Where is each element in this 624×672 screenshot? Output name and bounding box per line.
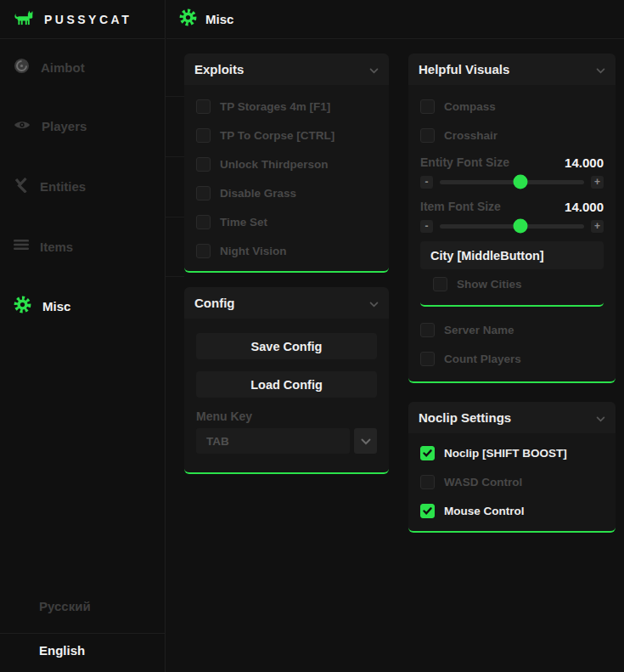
helpful-visuals-panel-header[interactable]: Helpful Visuals	[408, 54, 616, 85]
noclip-settings-panel: Noclip Settings Noclip [SHIFT BOOST] WAS…	[408, 402, 616, 533]
scope-icon	[14, 58, 30, 77]
page-title: Misc	[205, 12, 233, 26]
list-icon	[14, 239, 29, 254]
menu-key-dropdown: TAB	[196, 428, 377, 454]
slider-track[interactable]	[440, 180, 584, 184]
dropdown-button[interactable]	[354, 428, 377, 454]
app-window: PUSSYCAT Aimbot Players	[0, 0, 624, 672]
chevron-down-icon	[369, 296, 379, 311]
checkbox-label: Disable Grass	[220, 187, 296, 200]
checkbox-crosshair[interactable]: Crosshair	[420, 121, 604, 150]
city-middlebutton-button[interactable]: City [MiddleButton]	[420, 241, 604, 269]
checkbox-label: Show Cities	[457, 278, 522, 291]
brand-name: PUSSYCAT	[44, 13, 132, 26]
sidebar-item-players[interactable]: Players	[0, 96, 166, 156]
chevron-down-icon	[369, 62, 379, 77]
minus-button[interactable]: -	[420, 220, 433, 233]
entity-font-size-slider: - +	[420, 173, 604, 190]
checkbox-disable-grass[interactable]: Disable Grass	[196, 178, 377, 207]
checkbox-tp-corpse[interactable]: TP To Corpse [CTRL]	[196, 121, 377, 150]
exploits-panel-header[interactable]: Exploits	[184, 54, 389, 85]
checkbox-server-name[interactable]: Server Name	[420, 315, 604, 344]
checkbox-label: Crosshair	[444, 129, 498, 142]
eye-icon	[14, 119, 31, 134]
minus-button[interactable]: -	[420, 176, 433, 189]
checkbox-show-cities[interactable]: Show Cities	[433, 269, 604, 298]
language-english[interactable]: English	[0, 635, 166, 664]
plus-button[interactable]: +	[591, 176, 604, 189]
noclip-panel-body: Noclip [SHIFT BOOST] WASD Control Mouse …	[408, 433, 616, 531]
slider-label: Item Font Size	[420, 200, 501, 213]
checkbox-label: Night Vision	[220, 245, 287, 257]
config-panel-header[interactable]: Config	[184, 287, 389, 319]
checkbox-label: TP To Corpse [CTRL]	[220, 129, 334, 142]
plus-button[interactable]: +	[591, 220, 604, 233]
checkbox[interactable]	[420, 128, 435, 143]
language-russian[interactable]: Русский	[0, 591, 166, 620]
checkbox-compass[interactable]: Compass	[420, 92, 604, 121]
slider-thumb[interactable]	[514, 175, 528, 189]
checkbox[interactable]	[420, 323, 435, 337]
page-header: Misc	[166, 0, 624, 39]
checkbox-label: Noclip [SHIFT BOOST]	[444, 447, 567, 460]
load-config-button[interactable]: Load Config	[196, 371, 377, 398]
checkbox[interactable]	[420, 99, 435, 114]
checkbox-mouse-control[interactable]: Mouse Control	[420, 496, 604, 525]
checkbox-count-players[interactable]: Count Players	[420, 344, 604, 373]
sidebar-item-misc[interactable]: Misc	[0, 276, 166, 336]
sidebar-item-label: Items	[40, 240, 73, 254]
checkbox[interactable]	[420, 475, 435, 489]
helpful-visuals-panel: Helpful Visuals Compass Crosshair Entity…	[408, 54, 616, 383]
config-panel-body: Save Config Load Config Menu Key TAB	[184, 319, 389, 472]
checkbox[interactable]	[196, 99, 211, 114]
cross-icon	[14, 178, 29, 196]
sidebar-item-entities[interactable]: Entities	[0, 156, 166, 217]
checkbox[interactable]	[433, 277, 447, 291]
checkbox[interactable]	[420, 504, 435, 518]
sidebar-item-aimbot[interactable]: Aimbot	[0, 39, 166, 96]
checkbox[interactable]	[420, 352, 435, 366]
checkbox-label: WASD Control	[444, 476, 522, 488]
menu-key-value[interactable]: TAB	[196, 428, 350, 454]
save-config-button[interactable]: Save Config	[196, 333, 377, 359]
chevron-down-icon	[596, 62, 605, 77]
checkbox-label: TP Storages 4m [F1]	[220, 100, 330, 113]
checkbox[interactable]	[196, 128, 211, 143]
checkbox-wasd-control[interactable]: WASD Control	[420, 467, 604, 496]
menu-key-label: Menu Key	[196, 408, 377, 425]
slider-value: 14.000	[565, 200, 604, 214]
exploits-panel: Exploits TP Storages 4m [F1] TP To Corps…	[184, 54, 389, 273]
checkbox[interactable]	[196, 215, 211, 229]
checkbox-time-set[interactable]: Time Set	[196, 207, 377, 236]
checkbox-night-vision[interactable]: Night Vision	[196, 236, 377, 265]
panel-title: Noclip Settings	[419, 410, 511, 425]
logo: PUSSYCAT	[0, 0, 165, 39]
exploits-panel-body: TP Storages 4m [F1] TP To Corpse [CTRL] …	[184, 85, 389, 271]
checkbox[interactable]	[420, 446, 435, 460]
checkbox-label: Server Name	[444, 324, 514, 336]
noclip-panel-header[interactable]: Noclip Settings	[408, 402, 616, 433]
sidebar-item-label: Aimbot	[41, 60, 85, 75]
slider-track[interactable]	[440, 224, 584, 229]
checkbox-label: Unlock Thirdperson	[220, 158, 329, 171]
divider	[0, 633, 166, 634]
slider-thumb[interactable]	[514, 219, 528, 234]
chevron-down-icon	[596, 410, 605, 426]
language-label: Русский	[39, 599, 91, 613]
panel-title: Config	[194, 296, 234, 310]
checkbox-label: Compass	[444, 100, 496, 113]
sidebar: PUSSYCAT Aimbot Players	[0, 0, 166, 672]
checkbox[interactable]	[196, 186, 211, 200]
checkbox[interactable]	[196, 244, 211, 258]
checkbox-noclip[interactable]: Noclip [SHIFT BOOST]	[420, 438, 604, 467]
sidebar-item-items[interactable]: Items	[0, 217, 166, 276]
gear-icon	[179, 8, 197, 30]
sidebar-item-label: Misc	[42, 299, 70, 313]
config-panel: Config Save Config Load Config Menu Key …	[184, 287, 389, 474]
checkbox-tp-storages[interactable]: TP Storages 4m [F1]	[196, 92, 377, 121]
checkbox[interactable]	[196, 157, 211, 172]
panel-title: Helpful Visuals	[419, 62, 509, 76]
panel-title: Exploits	[194, 62, 244, 76]
helpful-visuals-panel-body: Compass Crosshair Entity Font Size 14.00…	[408, 85, 616, 381]
checkbox-unlock-thirdperson[interactable]: Unlock Thirdperson	[196, 150, 377, 178]
